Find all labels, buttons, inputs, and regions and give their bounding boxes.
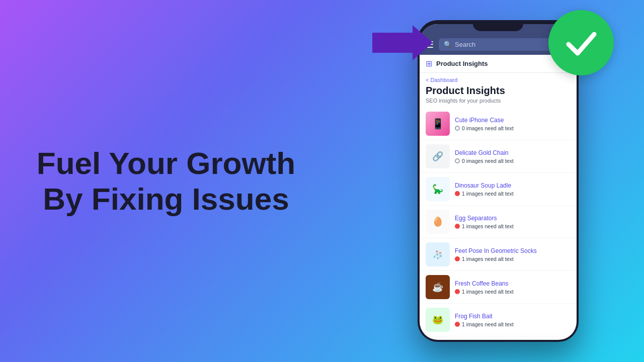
product-status: 1 images need alt text bbox=[455, 191, 571, 197]
product-item-delicate-gold[interactable]: 🔗 Delicate Gold Chain 0 images need alt … bbox=[420, 140, 577, 173]
product-name[interactable]: Feet Pose In Geometric Socks bbox=[455, 247, 571, 254]
breadcrumb[interactable]: < Dashboard bbox=[426, 77, 571, 83]
product-info: Fresh Coffee Beans 1 images need alt tex… bbox=[455, 280, 571, 295]
error-dot bbox=[455, 322, 460, 327]
error-dot bbox=[455, 289, 460, 294]
headline-line1: Fuel Your Growth bbox=[37, 146, 295, 180]
error-dot bbox=[455, 191, 460, 196]
phone-screen: ☰ 🔍 Search ⊞ Product Insights < Dashboar… bbox=[420, 24, 577, 340]
error-dot bbox=[455, 256, 460, 261]
status-text: 1 images need alt text bbox=[462, 256, 514, 262]
product-thumb: 🧦 bbox=[426, 242, 450, 266]
product-name[interactable]: Delicate Gold Chain bbox=[455, 149, 571, 156]
product-thumb: 🦕 bbox=[426, 177, 450, 201]
product-list: 📱 Cute iPhone Case 0 images need alt tex… bbox=[420, 108, 577, 340]
status-text: 1 images need alt text bbox=[462, 321, 514, 327]
product-name[interactable]: Cute iPhone Case bbox=[455, 117, 571, 124]
product-status: 1 images need alt text bbox=[455, 321, 571, 327]
product-info: Feet Pose In Geometric Socks 1 images ne… bbox=[455, 247, 571, 262]
ok-dot bbox=[455, 126, 460, 131]
product-info: Egg Separators 1 images need alt text bbox=[455, 215, 571, 229]
product-info: Dinosaur Soup Ladle 1 images need alt te… bbox=[455, 182, 571, 197]
headline: Fuel Your Growth By Fixing Issues bbox=[37, 145, 295, 217]
product-info: Delicate Gold Chain 0 images need alt te… bbox=[455, 149, 571, 164]
section-subtitle: SEO insights for your products bbox=[420, 98, 577, 108]
ok-dot bbox=[455, 158, 460, 163]
product-item-frog-fish[interactable]: 🐸 Frog Fish Bait 1 images need alt text bbox=[420, 304, 577, 336]
product-name[interactable]: Fresh Coffee Beans bbox=[455, 280, 571, 287]
section-title: Product Insights bbox=[420, 85, 577, 98]
product-thumb: 🐸 bbox=[426, 308, 450, 332]
search-icon: 🔍 bbox=[444, 41, 452, 48]
product-thumb: 🔗 bbox=[426, 144, 450, 168]
right-panel: ☰ 🔍 Search ⊞ Product Insights < Dashboar… bbox=[332, 0, 644, 362]
phone-notch bbox=[473, 20, 523, 31]
product-info: Cute iPhone Case 0 images need alt text bbox=[455, 117, 571, 131]
phone-frame: ☰ 🔍 Search ⊞ Product Insights < Dashboar… bbox=[418, 20, 579, 342]
product-status: 1 images need alt text bbox=[455, 256, 571, 262]
product-item-cute-iphone[interactable]: 📱 Cute iPhone Case 0 images need alt tex… bbox=[420, 108, 577, 140]
arrow bbox=[372, 25, 433, 62]
checkmark-badge bbox=[548, 10, 614, 75]
product-info: Frog Fish Bait 1 images need alt text bbox=[455, 313, 571, 327]
product-status: 1 images need alt text bbox=[455, 223, 571, 229]
product-status: 0 images need alt text bbox=[455, 158, 571, 164]
status-text: 0 images need alt text bbox=[462, 125, 514, 131]
product-thumb: ☕ bbox=[426, 275, 450, 299]
headline-line2: By Fixing Issues bbox=[43, 182, 289, 216]
status-text: 0 images need alt text bbox=[462, 158, 514, 164]
product-item-fresh-coffee[interactable]: ☕ Fresh Coffee Beans 1 images need alt t… bbox=[420, 271, 577, 304]
product-name[interactable]: Egg Separators bbox=[455, 215, 571, 222]
svg-marker-0 bbox=[372, 25, 433, 60]
page-header-title: Product Insights bbox=[436, 60, 488, 67]
product-name[interactable]: Dinosaur Soup Ladle bbox=[455, 182, 571, 189]
status-text: 1 images need alt text bbox=[462, 223, 514, 229]
status-text: 1 images need alt text bbox=[462, 191, 514, 197]
product-item-egg-separators[interactable]: 🥚 Egg Separators 1 images need alt text bbox=[420, 206, 577, 238]
product-status: 1 images need alt text bbox=[455, 289, 571, 295]
product-item-dinosaur-ladle[interactable]: 🦕 Dinosaur Soup Ladle 1 images need alt … bbox=[420, 173, 577, 206]
product-thumb: 📱 bbox=[426, 112, 450, 136]
product-status: 0 images need alt text bbox=[455, 125, 571, 131]
search-placeholder: Search bbox=[455, 41, 475, 48]
product-item-feet-socks[interactable]: 🧦 Feet Pose In Geometric Socks 1 images … bbox=[420, 238, 577, 271]
product-thumb: 🥚 bbox=[426, 210, 450, 234]
status-text: 1 images need alt text bbox=[462, 289, 514, 295]
product-name[interactable]: Frog Fish Bait bbox=[455, 313, 571, 320]
breadcrumb-area: < Dashboard bbox=[420, 73, 577, 85]
error-dot bbox=[455, 224, 460, 229]
left-panel: Fuel Your Growth By Fixing Issues bbox=[0, 125, 332, 237]
